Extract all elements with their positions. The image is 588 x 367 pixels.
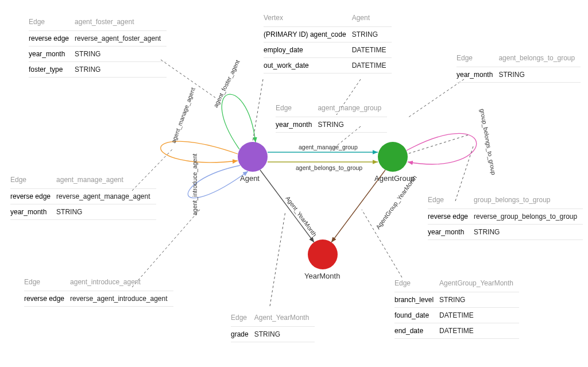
table-agent-manage-agent: Edgeagent_manage_agent reverse edgerever… [10, 172, 156, 220]
table-agent-mange-group: Edgeagent_mange_group year_monthSTRING [276, 101, 387, 133]
edge-agent-foster-agent [222, 94, 256, 149]
edge-agent-yearmonth [260, 170, 314, 242]
node-agentgroup-label: AgentGroup [374, 174, 415, 183]
table-agent-belongs-to-group: Edgeagent_belongs_to_group year_monthSTR… [457, 51, 581, 83]
edge-label-agent-yearmonth: Agent_YearMonth [284, 195, 318, 238]
edge-agent-manage-agent [161, 141, 238, 163]
edge-label-agent-foster-agent: agent_foster_agent [212, 59, 241, 109]
edge-label-agent-belongs-to-group: agent_belongs_to_group [296, 164, 362, 171]
table-agent-foster-agent: Edgeagent_foster_agent reverse edgerever… [29, 14, 167, 78]
connector [408, 79, 464, 118]
table-vertex-agent: VertexAgent (PRIMARY ID) agent_codeSTRIN… [264, 10, 392, 74]
connector [270, 211, 285, 306]
edge-label-agent-manage-agent: agent_manage_agent [170, 86, 196, 144]
table-agentgroup-yearmonth: EdgeAgentGroup_YearMonth branch_levelSTR… [394, 276, 519, 339]
edge-label-agent-introduce-agent: agent_introduce_agent [191, 153, 198, 215]
edge-group-belongs-to-group [407, 133, 477, 164]
table-agent-yearmonth: EdgeAgent_YearMonth gradeSTRING [231, 310, 315, 342]
node-agentgroup[interactable] [378, 142, 408, 172]
table-agent-introduce-agent: Edgeagent_introduce_agent reverse edgere… [24, 275, 173, 307]
node-agent-label: Agent [240, 174, 260, 183]
edge-label-agent-manage-group: agent_manage_group [299, 144, 358, 150]
node-agent[interactable] [238, 142, 268, 172]
diagram-canvas: agent_manage_group agent_belongs_to_grou… [0, 0, 588, 367]
table-group-belongs-to-group: Edgegroup_belongs_to_group reverse edger… [428, 192, 583, 240]
node-yearmonth-label: YearMonth [304, 272, 340, 280]
node-yearmonth[interactable] [308, 239, 338, 269]
edge-label-group-belongs-to-group: group_belongs_to_group [479, 108, 497, 175]
